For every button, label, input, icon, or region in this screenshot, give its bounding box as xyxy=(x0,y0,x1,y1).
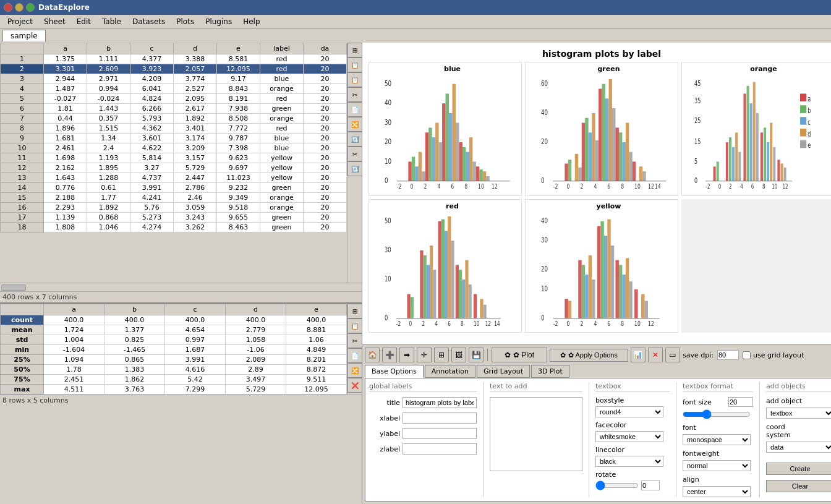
svg-rect-171 xyxy=(585,275,588,318)
table-btn-3[interactable]: 📋 xyxy=(347,72,362,87)
save-dpi-input[interactable] xyxy=(717,350,739,360)
tab-3d-plot[interactable]: 3D Plot xyxy=(531,365,569,378)
col-header-b[interactable]: b xyxy=(87,43,130,54)
boxstyle-select[interactable]: round4 xyxy=(595,406,663,417)
divider-4 xyxy=(759,382,760,497)
svg-rect-105 xyxy=(773,147,775,181)
svg-text:10: 10 xyxy=(772,182,777,190)
svg-rect-108 xyxy=(784,168,786,181)
chart-options-btn[interactable]: 📊 xyxy=(631,348,646,362)
rotate-value[interactable] xyxy=(641,481,660,490)
title-field-label: title xyxy=(369,399,400,407)
menu-table[interactable]: Table xyxy=(97,16,126,27)
stats-table-scroll[interactable]: a b c d e count400.0400.0400.0400.0400.0… xyxy=(0,304,347,395)
stats-btn-4[interactable]: 📄 xyxy=(347,348,362,363)
add-object-select[interactable]: textbox xyxy=(766,408,831,419)
coord-system-label: coord system xyxy=(766,423,809,439)
stats-btn-6[interactable]: ❌ xyxy=(347,378,362,393)
menubar: Project Sheet Edit Table Datasets Plots … xyxy=(0,15,831,28)
table-btn-9[interactable]: 🔃 xyxy=(347,161,362,176)
menu-plugins[interactable]: Plugins xyxy=(200,16,237,27)
table-btn-2[interactable]: 📋 xyxy=(347,58,362,72)
zlabel-input[interactable] xyxy=(403,443,477,455)
stats-col-header-a[interactable]: a xyxy=(44,304,104,315)
crosshair-btn[interactable]: ✛ xyxy=(417,348,432,362)
tab-sample[interactable]: sample xyxy=(2,30,46,41)
table-btn-5[interactable]: 📄 xyxy=(347,102,362,117)
home-btn[interactable]: 🏠 xyxy=(365,348,380,362)
minimize-button[interactable] xyxy=(15,3,23,12)
tab-annotation[interactable]: Annotation xyxy=(425,365,475,378)
svg-rect-34 xyxy=(476,166,479,181)
font-size-input[interactable] xyxy=(728,397,753,407)
col-header-c[interactable]: c xyxy=(130,43,174,54)
menu-help[interactable]: Help xyxy=(238,16,265,27)
facecolor-select[interactable]: whitesmoke xyxy=(595,431,663,442)
svg-rect-65 xyxy=(612,108,615,181)
col-header-label[interactable]: label xyxy=(260,43,304,54)
tab-grid-layout[interactable]: Grid Layout xyxy=(477,365,530,378)
add-objects-title: add objects xyxy=(766,382,831,392)
stats-btn-2[interactable]: 📋 xyxy=(347,318,362,333)
menu-project[interactable]: Project xyxy=(2,16,38,27)
chart-red: red 50 30 10 0 -2 0 2 4 6 xyxy=(369,199,522,333)
align-select[interactable]: center left right xyxy=(683,486,751,497)
font-size-label: font size xyxy=(683,398,726,406)
font-size-slider[interactable] xyxy=(683,409,751,419)
menu-plots[interactable]: Plots xyxy=(171,16,199,27)
svg-rect-97 xyxy=(747,86,749,181)
table-btn-4[interactable]: ✂ xyxy=(347,87,362,102)
text-to-add-textarea[interactable] xyxy=(490,397,582,471)
table-btn-6[interactable]: 🔀 xyxy=(347,117,362,132)
menu-sheet[interactable]: Sheet xyxy=(39,16,70,27)
use-grid-layout-checkbox[interactable] xyxy=(743,351,751,359)
navigate-btn[interactable]: ➡ xyxy=(399,348,414,362)
linecolor-select[interactable]: black xyxy=(595,456,663,467)
image-btn[interactable]: 🖼 xyxy=(451,348,466,362)
save-btn[interactable]: 💾 xyxy=(469,348,484,362)
svg-rect-26 xyxy=(449,113,452,181)
main-table-hscroll[interactable] xyxy=(0,283,362,291)
title-input[interactable] xyxy=(403,397,477,408)
delete-chart-btn[interactable]: ✕ xyxy=(648,348,663,362)
main-table-scroll[interactable]: a b c d e label da 11.3751.1114 xyxy=(0,43,347,278)
svg-rect-142 xyxy=(445,231,448,318)
table-btn-7[interactable]: 🔃 xyxy=(347,132,362,147)
svg-text:0: 0 xyxy=(567,182,570,190)
stats-col-header-stat xyxy=(1,304,44,315)
svg-rect-95 xyxy=(738,152,741,181)
col-header-a[interactable]: a xyxy=(44,43,87,54)
table-view-btn[interactable]: ⊞ xyxy=(434,348,449,362)
maximize-button[interactable] xyxy=(26,3,35,12)
stats-col-header-d[interactable]: d xyxy=(226,304,286,315)
stats-col-header-b[interactable]: b xyxy=(104,304,165,315)
font-select[interactable]: monospace xyxy=(683,434,751,445)
menu-datasets[interactable]: Datasets xyxy=(127,16,170,27)
stats-btn-5[interactable]: 🔀 xyxy=(347,363,362,378)
table-btn-8[interactable]: ✂ xyxy=(347,147,362,161)
create-button[interactable]: Create xyxy=(766,463,831,475)
apply-options-button[interactable]: ✿ ✿ Apply Options xyxy=(550,349,628,362)
col-header-e[interactable]: e xyxy=(217,43,260,54)
clear-button[interactable]: Clear xyxy=(766,480,831,492)
ylabel-input[interactable] xyxy=(403,428,477,439)
xlabel-input[interactable] xyxy=(403,412,477,424)
col-header-da[interactable]: da xyxy=(304,43,347,54)
stats-btn-1[interactable]: ⊞ xyxy=(347,304,362,318)
coord-system-select[interactable]: data axes xyxy=(766,442,831,453)
plot-button[interactable]: ✿ ✿ Plot xyxy=(492,348,547,362)
fontweight-select[interactable]: normal bold xyxy=(683,460,751,471)
stats-col-header-e[interactable]: e xyxy=(286,304,347,315)
stats-btn-3[interactable]: ✂ xyxy=(347,333,362,348)
frame-btn[interactable]: ▭ xyxy=(665,348,680,362)
table-btn-1[interactable]: ⊞ xyxy=(347,43,362,58)
menu-edit[interactable]: Edit xyxy=(72,16,96,27)
add-plot-btn[interactable]: ➕ xyxy=(382,348,397,362)
col-header-d[interactable]: d xyxy=(174,43,217,54)
svg-rect-150 xyxy=(474,294,477,318)
chart-empty xyxy=(681,199,831,333)
close-button[interactable] xyxy=(4,3,12,12)
tab-base-options[interactable]: Base Options xyxy=(365,365,424,378)
stats-col-header-c[interactable]: c xyxy=(165,304,226,315)
rotate-slider[interactable] xyxy=(595,481,639,490)
